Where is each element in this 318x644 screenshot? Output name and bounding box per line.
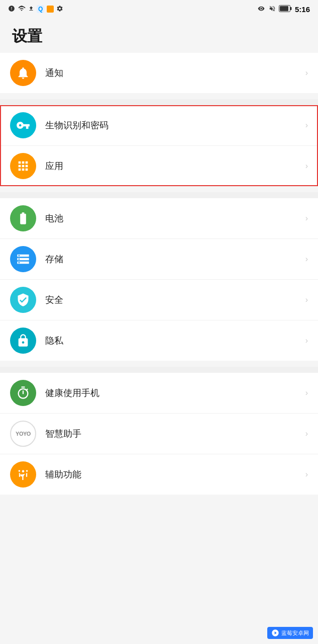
battery-chevron: › <box>305 214 308 223</box>
storage-icon-circle <box>10 246 36 272</box>
settings-item-health[interactable]: 健康使用手机 › <box>0 373 318 414</box>
privacy-chevron: › <box>305 336 308 345</box>
biometric-chevron: › <box>305 121 308 130</box>
battery-icon-circle <box>10 205 36 231</box>
q-status-icon: Q <box>37 5 44 13</box>
settings-section-2: 生物识别和密码 › 应用 › <box>0 105 318 186</box>
notification-icon-circle <box>10 60 36 86</box>
settings-status-icon <box>56 5 63 14</box>
status-right: 5:16 <box>257 5 310 14</box>
eye-icon <box>257 5 266 14</box>
status-bar: Q 5:16 <box>0 0 318 18</box>
settings-item-biometric[interactable]: 生物识别和密码 › <box>0 105 318 146</box>
storage-chevron: › <box>305 255 308 264</box>
assistant-label: 智慧助手 <box>45 428 301 440</box>
watermark: 蓝莓安卓网 <box>267 627 313 639</box>
notification-status-icon <box>8 5 15 14</box>
yoyo-icon-circle: YOYO <box>10 421 36 447</box>
battery-label: 电池 <box>45 212 301 224</box>
page-title: 设置 <box>0 18 318 53</box>
section-gap-2 <box>0 192 318 198</box>
accessibility-label: 辅助功能 <box>45 468 301 480</box>
settings-section-1: 通知 › <box>0 53 318 93</box>
upload-status-icon <box>28 5 34 14</box>
settings-item-storage[interactable]: 存储 › <box>0 239 318 280</box>
settings-item-notification[interactable]: 通知 › <box>0 53 318 93</box>
privacy-label: 隐私 <box>45 335 301 347</box>
settings-item-accessibility[interactable]: 辅助功能 › <box>0 454 318 495</box>
accessibility-chevron: › <box>305 470 308 479</box>
health-label: 健康使用手机 <box>45 387 301 399</box>
apps-icon-circle <box>10 153 36 179</box>
notification-label: 通知 <box>45 67 301 79</box>
section-gap-3 <box>0 367 318 373</box>
status-icons-left: Q <box>8 5 63 14</box>
mute-icon <box>269 5 276 14</box>
health-icon-circle <box>10 380 36 406</box>
settings-item-battery[interactable]: 电池 › <box>0 198 318 239</box>
assistant-chevron: › <box>305 429 308 438</box>
settings-item-security[interactable]: 安全 › <box>0 280 318 320</box>
security-chevron: › <box>305 295 308 304</box>
health-chevron: › <box>305 388 308 397</box>
apps-chevron: › <box>305 162 308 171</box>
security-label: 安全 <box>45 294 301 306</box>
settings-section-3: 电池 › 存储 › 安全 › 隐私 › <box>0 198 318 361</box>
app-status-icon <box>47 6 54 13</box>
security-icon-circle <box>10 287 36 313</box>
storage-label: 存储 <box>45 253 301 265</box>
yoyo-text: YOYO <box>16 431 31 437</box>
settings-item-apps[interactable]: 应用 › <box>0 146 318 186</box>
privacy-icon-circle <box>10 328 36 354</box>
settings-section-4: 健康使用手机 › YOYO 智慧助手 › 辅助功能 › <box>0 373 318 495</box>
notification-chevron: › <box>305 68 308 77</box>
settings-item-assistant[interactable]: YOYO 智慧助手 › <box>0 414 318 454</box>
svg-rect-1 <box>290 7 291 10</box>
accessibility-icon-circle <box>10 461 36 488</box>
section-gap-1 <box>0 99 318 105</box>
watermark-text: 蓝莓安卓网 <box>281 629 309 637</box>
wifi-status-icon <box>18 5 26 14</box>
time-display: 5:16 <box>295 5 310 14</box>
battery-status-icon <box>279 5 292 14</box>
settings-item-privacy[interactable]: 隐私 › <box>0 320 318 361</box>
svg-rect-2 <box>280 6 288 11</box>
biometric-label: 生物识别和密码 <box>45 119 301 131</box>
apps-label: 应用 <box>45 160 301 172</box>
biometric-icon-circle <box>10 112 36 138</box>
